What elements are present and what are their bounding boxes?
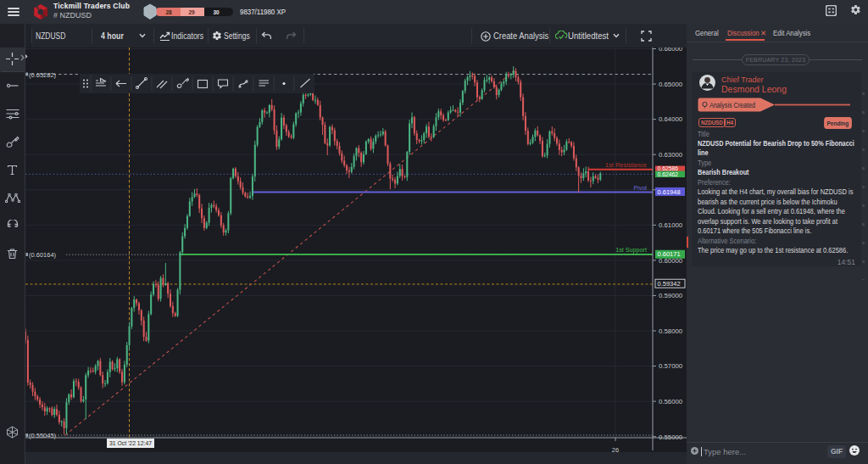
- svg-text:0.63000: 0.63000: [659, 151, 683, 159]
- svg-text:0.62462: 0.62462: [658, 171, 679, 177]
- svg-text:0.64000: 0.64000: [659, 115, 683, 123]
- svg-text:0.55000: 0.55000: [659, 433, 683, 441]
- svg-text:31 Oct '22 12:47: 31 Oct '22 12:47: [109, 439, 152, 447]
- svg-text:0.57000: 0.57000: [659, 362, 683, 370]
- svg-text:(0.65282): (0.65282): [29, 71, 57, 79]
- svg-text:1st Support: 1st Support: [615, 246, 647, 254]
- svg-text:29: 29: [188, 9, 195, 15]
- svg-text:0.65000: 0.65000: [659, 81, 683, 88]
- svg-text:0.60171: 0.60171: [658, 250, 681, 258]
- svg-text:0.66000: 0.66000: [659, 48, 683, 53]
- svg-text:1st Resistance: 1st Resistance: [605, 161, 647, 169]
- svg-text:0.59000: 0.59000: [659, 292, 683, 299]
- svg-text:26: 26: [612, 446, 619, 454]
- svg-text:0.61000: 0.61000: [659, 221, 683, 229]
- svg-text:(0.55045): (0.55045): [29, 432, 57, 439]
- svg-text:Analysis Created: Analysis Created: [709, 100, 755, 109]
- svg-text:0.56000: 0.56000: [659, 398, 683, 405]
- svg-text:Pivot: Pivot: [633, 185, 647, 191]
- svg-text:30: 30: [213, 9, 220, 15]
- svg-text:28: 28: [165, 9, 172, 15]
- svg-text:0.58000: 0.58000: [659, 327, 683, 335]
- svg-text:0.61948: 0.61948: [658, 188, 681, 196]
- svg-text:(0.60164): (0.60164): [29, 251, 57, 259]
- svg-text:0.59342: 0.59342: [658, 280, 681, 288]
